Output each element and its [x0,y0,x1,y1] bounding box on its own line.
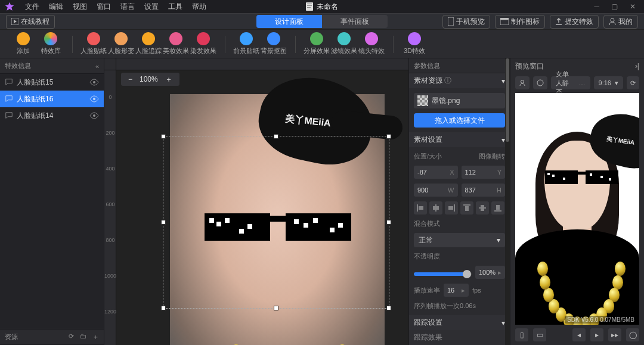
expand-icon[interactable]: ›| [635,62,639,70]
handle-ne[interactable] [386,134,391,139]
scrollbar-thumb[interactable] [506,58,509,142]
tool-3d[interactable]: 3D特效 [401,32,428,58]
y-value: 112 [465,169,476,176]
tool-split[interactable]: 分屏效果 [303,32,330,58]
track-effect-header[interactable]: 跟踪效果 [409,330,510,345]
drop-or-choose-button[interactable]: 拖入或选择文件 [414,113,505,128]
eye-icon[interactable] [89,112,99,119]
next-frame-button[interactable]: ▸▸ [608,328,621,341]
folder-icon[interactable]: 🗀 [80,332,86,341]
menu-help[interactable]: 帮助 [187,2,211,12]
pose-select[interactable]: 女单人静态… [551,76,590,89]
device-b-button[interactable]: ▭ [533,328,546,341]
opacity-field[interactable]: 100%▸ [475,266,505,279]
eye-icon[interactable] [89,79,99,86]
params-scrollbar[interactable] [505,58,510,345]
close-button[interactable]: ✕ [630,2,636,11]
loop-button[interactable]: ◯ [626,328,639,341]
handle-s[interactable] [274,306,278,310]
tab-events[interactable]: 事件面板 [322,15,388,28]
tool-add[interactable]: 添加 [10,32,37,58]
add-resource-icon[interactable]: ＋ [92,332,99,341]
menu-language[interactable]: 语言 [116,2,140,12]
menu-settings[interactable]: 设置 [140,2,163,12]
maximize-button[interactable]: ▢ [611,2,618,11]
align-right-button[interactable] [445,201,458,215]
resource-header-label: 资源 [5,332,18,341]
make-icon-button[interactable]: 制作图标 [495,15,545,29]
handle-n[interactable] [274,134,278,139]
aspect-select[interactable]: 9:16▾ [594,76,623,89]
align-vcenter-button[interactable] [476,201,489,215]
resource-section-header[interactable]: 素材资源 ⓘ▾ [409,73,510,88]
y-field[interactable]: 112Y [462,166,506,179]
minimize-button[interactable]: ─ [594,2,599,11]
align-bottom-button[interactable] [491,201,504,215]
canvas-stage[interactable]: 美丫MEiiA [170,94,385,345]
tool-beauty[interactable]: 美妆效果 [162,32,190,58]
layer-label: 人脸贴纸14 [17,111,53,121]
collapse-icon[interactable]: « [95,63,99,70]
tool-label: 分屏效果 [304,46,330,55]
handle-se[interactable] [386,306,391,310]
menu-tools[interactable]: 工具 [163,2,187,12]
align-top-button[interactable] [460,201,473,215]
layer-item[interactable]: 人脸贴纸16 [0,91,104,107]
mode-tabs: 设计面板 事件面板 [256,15,388,28]
phone-preview-button[interactable]: 手机预览 [442,15,490,29]
layer-item[interactable]: 人脸贴纸14 [0,107,104,124]
refresh-preview-button[interactable]: ⟳ [627,76,639,89]
h-field[interactable]: 837H [462,184,506,197]
play-rate-field[interactable]: 16▸ [444,284,469,297]
online-tutorial-button[interactable]: 在线教程 [6,15,55,29]
tool-dye[interactable]: 染发效果 [190,32,217,58]
submit-effect-button[interactable]: 提交特效 [550,15,599,29]
preview-mode-a-button[interactable] [515,76,530,89]
tool-fg[interactable]: 前景贴纸 [233,32,260,58]
device-a-button[interactable]: ▯ [515,328,528,341]
svg-rect-7 [448,17,454,26]
tool-filter[interactable]: 滤镜效果 [330,32,358,58]
handle-e[interactable] [386,220,391,225]
preview-image: 美丫MEiiA SDK V5.6.0 0.07MB/5MB [515,93,639,325]
handle-w[interactable] [161,220,166,225]
play-button[interactable]: ▸ [590,328,603,341]
tab-design[interactable]: 设计面板 [256,15,322,28]
menu-file[interactable]: 文件 [20,2,44,12]
chevron-down-icon: ▾ [497,236,500,244]
refresh-icon[interactable]: ⟳ [69,332,74,341]
tool-face-warp[interactable]: 人脸形变 [107,32,135,58]
opacity-slider[interactable] [414,272,472,276]
zoom-out-button[interactable]: − [125,75,136,83]
effects-header-label: 特效信息 [5,61,31,70]
layer-item[interactable]: 人脸贴纸15 [0,74,104,91]
handle-sw[interactable] [161,306,166,310]
resource-file-row[interactable]: 墨镜.png [414,93,505,108]
my-account-button[interactable]: 我的 [603,15,638,29]
track-settings-header[interactable]: 跟踪设置▾ [409,315,510,330]
prev-frame-button[interactable]: ◂ [572,328,586,341]
material-settings-header[interactable]: 素材设置▾ [409,132,510,147]
selection-rect[interactable] [163,136,389,309]
preview-controls: 女单人静态… 9:16▾ ⟳ [510,74,644,92]
tool-fxlib[interactable]: 特效库 [37,32,64,58]
w-field[interactable]: 900W [414,184,458,197]
align-hcenter-button[interactable] [429,201,442,215]
canvas[interactable]: 0200400600800100012001400 − 100% ＋ 美丫MEi… [104,58,408,345]
x-field[interactable]: -87X [414,166,458,179]
tool-lens[interactable]: 镜头特效 [358,32,385,58]
eye-icon[interactable] [89,95,99,102]
zoom-in-button[interactable]: ＋ [162,74,176,85]
tool-face-track[interactable]: 人脸追踪 [135,32,162,58]
menu-window[interactable]: 窗口 [92,2,116,12]
blend-mode-select[interactable]: 正常▾ [414,233,505,247]
handle-nw[interactable] [161,134,166,139]
align-left-button[interactable] [414,201,427,215]
tool-label: 镜头特效 [358,46,385,55]
menu-view[interactable]: 视图 [68,2,92,12]
menu-edit[interactable]: 编辑 [44,2,68,12]
tool-bg-cut[interactable]: 背景抠图 [260,32,287,58]
tool-face-sticker[interactable]: 人脸贴纸 [80,32,107,58]
preview-mode-b-button[interactable] [533,76,547,89]
phone-preview-label: 手机预览 [456,17,485,27]
